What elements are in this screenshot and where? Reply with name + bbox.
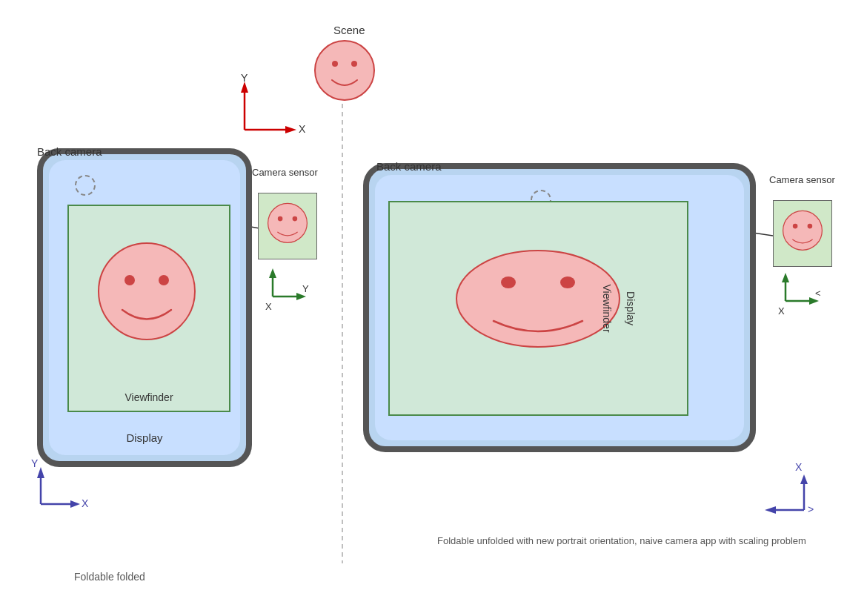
svg-text:>: > — [808, 503, 814, 515]
sensor-face-right — [774, 201, 831, 266]
camera-sensor-label-right: Camera sensor — [769, 174, 835, 187]
phone-left: Viewfinder Display — [37, 148, 252, 467]
svg-marker-30 — [765, 506, 776, 514]
back-camera-label-right: Back camera — [376, 159, 442, 174]
svg-point-40 — [268, 203, 308, 242]
scene-face — [311, 37, 378, 104]
sensor-face-left — [259, 193, 316, 259]
svg-marker-8 — [269, 268, 276, 278]
viewfinder-left: Viewfinder — [67, 205, 230, 412]
svg-text:<: < — [815, 288, 821, 299]
svg-text:Y: Y — [241, 72, 248, 84]
svg-point-36 — [351, 61, 357, 67]
svg-marker-16 — [70, 500, 80, 508]
svg-marker-1 — [241, 82, 248, 93]
camera-sensor-right — [773, 200, 832, 267]
camera-hole-left — [75, 175, 96, 196]
phone-right-inner: Viewfinder Display — [375, 175, 744, 440]
svg-marker-24 — [809, 297, 819, 305]
scene-label: Scene — [333, 24, 365, 36]
svg-point-46 — [783, 211, 823, 250]
svg-point-47 — [793, 224, 798, 229]
svg-marker-14 — [37, 467, 44, 478]
svg-marker-28 — [800, 474, 808, 484]
viewfinder-left-label: Viewfinder — [69, 391, 229, 403]
camera-sensor-left — [258, 193, 317, 259]
camera-sensor-label-left: Camera sensor — [252, 167, 318, 179]
display-left-label: Display — [49, 431, 240, 444]
svg-point-48 — [808, 224, 813, 229]
display-right-label: Display — [523, 201, 738, 416]
back-camera-label-left: Back camera — [37, 145, 102, 159]
phone-right: Viewfinder Display — [363, 163, 756, 452]
svg-text:X: X — [82, 497, 89, 509]
svg-marker-3 — [285, 126, 296, 133]
svg-marker-10 — [296, 293, 306, 300]
svg-text:X: X — [265, 301, 272, 312]
svg-text:Y: Y — [302, 283, 309, 294]
svg-text:X: X — [795, 461, 803, 473]
svg-point-35 — [332, 61, 338, 67]
svg-text:X: X — [778, 305, 785, 317]
svg-point-39 — [159, 275, 169, 285]
svg-text:X: X — [299, 123, 306, 135]
viewfinder-face-left — [91, 236, 202, 347]
svg-point-37 — [99, 243, 195, 340]
svg-marker-22 — [782, 273, 789, 282]
svg-point-42 — [293, 216, 298, 222]
svg-point-38 — [124, 275, 135, 285]
label-folded: Foldable folded — [74, 571, 145, 583]
svg-point-34 — [315, 41, 374, 100]
svg-text:Y: Y — [31, 457, 39, 469]
label-unfolded: Foldable unfolded with new portrait orie… — [437, 534, 806, 549]
svg-point-41 — [278, 216, 283, 222]
phone-left-inner: Viewfinder Display — [49, 160, 240, 455]
